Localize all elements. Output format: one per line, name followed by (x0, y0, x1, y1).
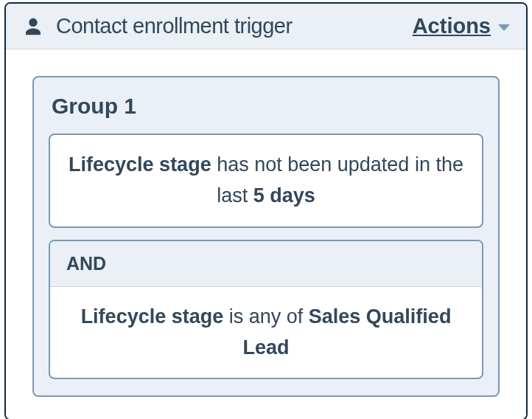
panel-body: Group 1 Lifecycle stage has not been upd… (6, 49, 526, 419)
condition-operator: has not been updat­ed in the last (211, 153, 463, 207)
condition-property: Lifecycle stage (81, 305, 224, 328)
condition-property: Lifecycle stage (69, 153, 211, 176)
actions-dropdown[interactable]: Actions (413, 14, 510, 38)
actions-label: Actions (413, 14, 491, 38)
enrollment-trigger-panel: Contact enrollment trigger Actions Group… (4, 2, 528, 419)
filter-group: Group 1 Lifecycle stage has not been upd… (32, 76, 500, 397)
condition-card[interactable]: Lifecycle stage has not been updat­ed in… (49, 134, 483, 228)
condition-joiner: AND (50, 241, 482, 287)
condition-value: 5 days (253, 184, 315, 207)
condition-text: Lifecycle stage has not been updat­ed in… (50, 135, 482, 226)
condition-operator: is any of (223, 305, 309, 328)
condition-card[interactable]: AND Lifecycle stage is any of Sales Qual… (49, 240, 483, 380)
condition-text: Lifecycle stage is any of Sales Qualifie… (50, 287, 482, 378)
contact-icon (22, 15, 44, 38)
group-title: Group 1 (49, 94, 483, 119)
panel-header: Contact enrollment trigger Actions (6, 4, 526, 49)
chevron-down-icon (498, 24, 510, 31)
panel-title: Contact enrollment trigger (56, 14, 413, 38)
